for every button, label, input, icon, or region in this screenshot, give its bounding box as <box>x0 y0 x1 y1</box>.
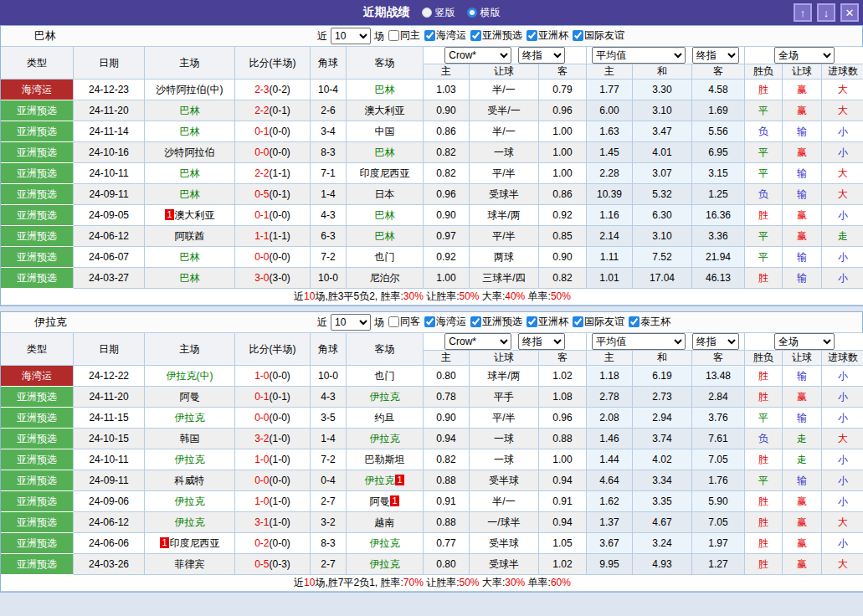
avg-home-cell: 2.08 <box>587 408 633 429</box>
type-cell: 亚洲预选 <box>1 142 74 163</box>
corners-cell: 2-6 <box>311 100 347 121</box>
home-team-cell: 巴林 <box>145 121 235 142</box>
avg-draw-cell: 4.93 <box>633 554 692 575</box>
match-row: 亚洲预选24-10-15韩国3-2(1-0)1-4伊拉克0.94一球0.881.… <box>1 429 863 449</box>
filter-checkbox[interactable] <box>527 316 537 327</box>
result-scope-header: 全场 <box>745 333 863 351</box>
away-team-cell: 巴林 <box>347 226 424 247</box>
result-handicap-cell: 赢 <box>783 205 822 226</box>
move-down-button[interactable]: ↓ <box>817 3 835 22</box>
filter-checkbox[interactable] <box>388 316 399 327</box>
filter-checkbox[interactable] <box>573 30 583 41</box>
odds-handicap-cell: 两球 <box>470 247 539 268</box>
filter-checkbox[interactable] <box>629 316 640 327</box>
filter-option[interactable]: 亚洲预选 <box>466 28 522 43</box>
score-cell: 0-1(0-1) <box>235 387 311 408</box>
bookmaker-select[interactable]: Crow* <box>444 333 511 350</box>
filter-option[interactable]: 同客 <box>384 315 420 329</box>
col-header-home: 主场 <box>145 47 235 80</box>
avg-draw-cell: 3.24 <box>633 533 692 554</box>
odds-away-cell: 0.79 <box>539 80 587 100</box>
odds-handicap-cell: 受半/一 <box>470 100 539 121</box>
result-goals-cell: 小 <box>822 247 863 268</box>
match-row: 亚洲预选24-09-11巴林0-5(0-1)1-4日本0.96受球半0.8610… <box>1 184 863 205</box>
average-select[interactable]: 平均值 <box>592 333 686 350</box>
filter-checkbox[interactable] <box>470 316 481 327</box>
layout-radio-vertical[interactable]: 竖版 <box>422 6 455 20</box>
filter-label: 亚洲杯 <box>538 28 568 43</box>
filter-checkbox[interactable] <box>470 30 481 41</box>
avg-away-cell: 46.13 <box>692 268 745 289</box>
filter-checkbox[interactable] <box>424 316 435 327</box>
radio-unselected-icon[interactable] <box>422 8 432 18</box>
final-index-select-2[interactable]: 终指 <box>692 47 739 64</box>
avg-home-cell: 1.11 <box>587 247 633 268</box>
score-cell: 0-5(0-3) <box>235 554 311 575</box>
filter-option[interactable]: 亚洲预选 <box>466 315 522 329</box>
odds-away-cell: 0.94 <box>539 512 587 533</box>
filter-checkbox[interactable] <box>388 30 399 41</box>
scope-select[interactable]: 全场 <box>774 47 835 64</box>
odds-away-cell: 0.88 <box>539 429 587 449</box>
odds-home-cell: 0.88 <box>424 512 470 533</box>
radio-selected-icon[interactable] <box>467 8 477 18</box>
score-cell: 0-0(0-0) <box>235 247 311 268</box>
filter-option[interactable]: 亚洲杯 <box>522 315 568 329</box>
avg-draw-cell: 5.32 <box>633 184 692 205</box>
away-team-cell: 伊拉克 <box>347 554 424 575</box>
date-cell: 24-11-20 <box>74 387 145 408</box>
average-select[interactable]: 平均值 <box>592 47 686 64</box>
filter-checkbox[interactable] <box>573 316 583 327</box>
col-header-date: 日期 <box>74 333 145 366</box>
avg-away-cell: 16.36 <box>692 205 745 226</box>
final-index-select[interactable]: 终指 <box>518 333 565 350</box>
away-team-cell: 印度尼西亚 <box>347 163 424 184</box>
result-goals-cell: 大 <box>822 554 863 575</box>
filter-checkbox[interactable] <box>527 30 537 41</box>
close-button[interactable]: ✕ <box>840 3 859 22</box>
filter-option[interactable]: 海湾运 <box>420 28 466 43</box>
move-up-button[interactable]: ↑ <box>794 3 812 22</box>
match-count-select[interactable]: 10 <box>331 28 371 44</box>
col-header-corners: 角球 <box>311 333 347 366</box>
odds-home-cell: 0.90 <box>424 100 470 121</box>
filter-option[interactable]: 同主 <box>384 28 420 43</box>
odds-home-cell: 0.97 <box>424 226 470 247</box>
avg-home-cell: 1.37 <box>587 512 633 533</box>
match-row: 亚洲预选24-11-20巴林2-2(0-1)2-6澳大利亚0.90受半/一0.9… <box>1 100 863 121</box>
result-handicap-cell: 输 <box>783 268 822 289</box>
col-header-goals-result: 进球数 <box>822 351 863 366</box>
odds-home-cell: 0.80 <box>424 366 470 387</box>
result-goals-cell: 小 <box>822 533 863 554</box>
scope-select[interactable]: 全场 <box>774 333 835 350</box>
filter-option[interactable]: 国际友谊 <box>568 315 624 329</box>
bookmaker-select[interactable]: Crow* <box>444 47 511 64</box>
layout-radio-horizontal[interactable]: 横版 <box>467 6 501 20</box>
filter-option[interactable]: 国际友谊 <box>568 28 624 43</box>
avg-away-cell: 1.97 <box>692 533 745 554</box>
date-cell: 24-06-06 <box>74 533 145 554</box>
final-index-select[interactable]: 终指 <box>518 47 565 64</box>
match-count-select[interactable]: 10 <box>331 314 371 331</box>
result-goals-cell: 小 <box>822 366 863 387</box>
corners-cell: 7-2 <box>311 449 347 470</box>
col-header-home: 主场 <box>145 333 235 366</box>
corners-cell: 8-3 <box>311 142 347 163</box>
filter-option[interactable]: 海湾运 <box>420 315 466 329</box>
team-section-iraq: 伊拉克 近 10 场 同客海湾运亚洲预选亚洲杯国际友谊泰王杯 类型 日期 主场 … <box>0 311 863 593</box>
filter-label: 海湾运 <box>436 315 466 329</box>
score-cell: 0-2(0-0) <box>235 533 311 554</box>
result-goals-cell: 大 <box>822 100 863 121</box>
filter-checkbox[interactable] <box>424 30 435 41</box>
odds-away-cell: 1.02 <box>539 366 587 387</box>
corners-cell: 1-4 <box>311 184 347 205</box>
filter-option[interactable]: 亚洲杯 <box>522 28 568 43</box>
score-cell: 0-5(0-1) <box>235 184 311 205</box>
filter-option[interactable]: 泰王杯 <box>624 315 670 329</box>
avg-home-cell: 2.28 <box>587 163 633 184</box>
final-index-select-2[interactable]: 终指 <box>692 333 739 350</box>
away-team-cell: 越南 <box>347 512 424 533</box>
result-winlose-cell: 负 <box>745 121 783 142</box>
result-handicap-cell: 赢 <box>783 142 822 163</box>
type-cell: 亚洲预选 <box>1 100 74 121</box>
